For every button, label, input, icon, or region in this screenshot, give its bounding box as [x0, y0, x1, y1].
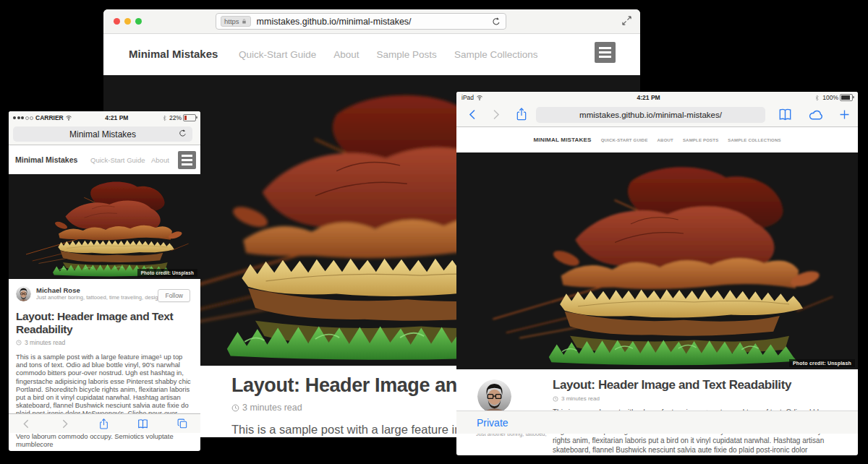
ipad-browser-toolbar: mmistakes.github.io/minimal-mistakes/: [456, 103, 858, 127]
post-title: Layout: Header Image and Text Readabilit…: [553, 378, 846, 392]
share-icon[interactable]: [98, 418, 110, 430]
wifi-icon: [476, 94, 483, 101]
read-time: 3 minutes read: [25, 339, 65, 346]
back-icon[interactable]: [467, 108, 479, 121]
ipad-status-bar: iPad 4:21 PM 100%: [456, 92, 858, 103]
nav-link-quick-start[interactable]: QUICK-START GUIDE: [601, 138, 648, 142]
author-name: Michael Rose: [36, 286, 167, 294]
url-text: mmistakes.github.io/minimal-mistakes/: [257, 17, 491, 27]
device-label: iPad: [461, 94, 474, 101]
icloud-tabs-icon[interactable]: [808, 107, 825, 124]
battery-percent: 100%: [822, 94, 838, 101]
private-button[interactable]: Private: [477, 417, 509, 429]
bookmarks-icon[interactable]: [778, 107, 793, 122]
nav-link-sample-collections[interactable]: SAMPLE COLLECTIONS: [728, 138, 780, 142]
post-title-line2: Readability: [16, 323, 72, 335]
clock-icon: [553, 396, 558, 402]
signal-strength-icon: [13, 116, 33, 120]
iphone-status-bar: CARRIER 4:21 PM 22%: [9, 111, 200, 124]
author-bio: Just another boring, tattooed, time trav…: [36, 294, 167, 301]
reload-icon[interactable]: [491, 17, 501, 27]
site-masthead: Minimal Mistakes Quick-Start Guide About: [9, 145, 200, 174]
device-mockup-composite: https mmistakes.github.io/minimal-mistak…: [0, 0, 868, 464]
new-tab-icon[interactable]: [838, 108, 851, 121]
menu-toggle-button[interactable]: [595, 42, 616, 63]
status-time: 4:21 PM: [483, 94, 814, 101]
share-icon[interactable]: [514, 107, 529, 121]
read-time: 3 minutes read: [561, 395, 600, 402]
nav-link-about[interactable]: About: [151, 156, 169, 164]
back-icon[interactable]: [21, 418, 32, 429]
wifi-icon: [65, 114, 72, 121]
zoom-window-button[interactable]: [135, 18, 142, 25]
reload-icon[interactable]: [178, 129, 187, 138]
nav-link-sample-posts[interactable]: Sample Posts: [377, 49, 437, 60]
lock-icon: [241, 18, 247, 25]
post-header-image: Photo credit: Unsplash: [9, 174, 200, 279]
nav-link-about[interactable]: About: [333, 49, 359, 60]
ipad-safari: iPad 4:21 PM 100% mmistakes.github.io/mi…: [456, 92, 858, 455]
address-bar[interactable]: Minimal Mistakes: [13, 126, 192, 142]
nav-link-sample-collections[interactable]: Sample Collections: [454, 49, 538, 60]
battery-percent: 22%: [169, 114, 182, 121]
bluetooth-icon: [161, 115, 168, 121]
site-masthead: Minimal Mistakes Quick-Start Guide About…: [103, 34, 640, 75]
photo-credit-badge: Photo credit: Unsplash: [789, 359, 855, 367]
forward-icon[interactable]: [490, 108, 502, 121]
fullscreen-expand-icon[interactable]: [621, 15, 632, 26]
page-title: Minimal Mistakes: [69, 129, 136, 139]
post-content: Michael Rose Just another boring, tattoo…: [9, 279, 200, 433]
https-label: https: [224, 17, 239, 25]
desktop-browser-toolbar: https mmistakes.github.io/minimal-mistak…: [103, 9, 640, 34]
leaves-photo: [9, 174, 200, 279]
iphone-browser-toolbar: Minimal Mistakes: [9, 124, 200, 145]
tabs-icon[interactable]: [176, 418, 188, 429]
site-nav: Quick-Start Guide About Sample Posts Sam…: [239, 49, 537, 60]
author-avatar: [477, 379, 511, 413]
minimize-window-button[interactable]: [124, 18, 131, 25]
author-avatar: [16, 286, 31, 301]
nav-link-about[interactable]: ABOUT: [658, 138, 673, 142]
read-time: 3 minutes read: [242, 403, 302, 413]
address-bar[interactable]: mmistakes.github.io/minimal-mistakes/: [536, 107, 765, 123]
battery-icon: [183, 114, 196, 121]
url-text: mmistakes.github.io/minimal-mistakes/: [579, 111, 722, 119]
bookmarks-icon[interactable]: [137, 418, 149, 430]
status-time: 4:21 PM: [72, 114, 161, 121]
private-browsing-bar: Private: [456, 411, 858, 434]
post-meta: 3 minutes read: [553, 395, 846, 402]
site-brand-link[interactable]: MINIMAL MISTAKES: [533, 137, 591, 143]
site-masthead: MINIMAL MISTAKES QUICK-START GUIDE ABOUT…: [456, 127, 858, 152]
photo-credit-badge: Photo credit: Unsplash: [137, 269, 197, 277]
window-controls: [114, 18, 142, 25]
forward-icon[interactable]: [59, 418, 70, 429]
follow-button[interactable]: Follow: [158, 289, 190, 302]
post-title-line1: Layout: Header Image and Text: [16, 310, 173, 322]
clock-icon: [231, 404, 239, 412]
carrier-label: CARRIER: [35, 114, 64, 121]
menu-toggle-button[interactable]: [178, 151, 196, 169]
nav-link-quick-start[interactable]: Quick-Start Guide: [239, 49, 316, 60]
post-paragraph-2: Vero laborum commodo occupy. Semiotics v…: [16, 432, 192, 448]
close-window-button[interactable]: [114, 18, 120, 25]
iphone-bottom-toolbar: [9, 413, 200, 433]
author-row: Michael Rose Just another boring, tattoo…: [16, 286, 192, 301]
post-content: Michael Rose Just another boring, tattoo…: [456, 369, 858, 434]
leaves-photo: [456, 152, 858, 369]
post-meta: 3 minutes read: [16, 339, 192, 346]
iphone-safari: CARRIER 4:21 PM 22% Minimal Mistakes Min…: [9, 111, 200, 451]
site-brand-link[interactable]: Minimal Mistakes: [129, 48, 218, 60]
post-title: Layout: Header Image and Text Readabilit…: [16, 310, 192, 336]
site-brand-link[interactable]: Minimal Mistakes: [15, 155, 77, 164]
nav-link-quick-start[interactable]: Quick-Start Guide: [90, 156, 145, 164]
nav-link-sample-posts[interactable]: SAMPLE POSTS: [683, 138, 718, 142]
address-bar[interactable]: https mmistakes.github.io/minimal-mistak…: [216, 13, 506, 30]
clock-icon: [16, 340, 22, 345]
post-header-image: Photo credit: Unsplash: [456, 152, 858, 369]
bluetooth-icon: [814, 95, 820, 101]
battery-icon: [840, 94, 853, 101]
https-badge: https: [221, 16, 251, 27]
